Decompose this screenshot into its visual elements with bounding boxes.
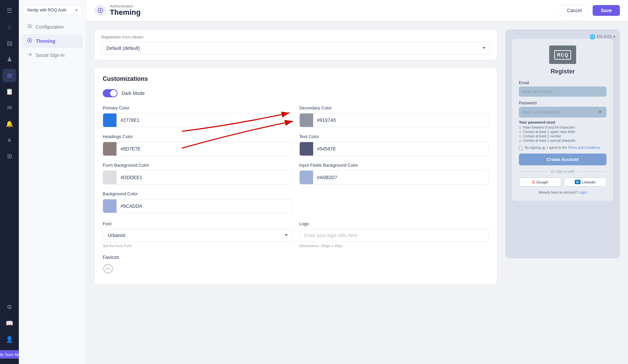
preview-google-button[interactable]: G Google xyxy=(519,177,561,187)
sidebar-list-icon[interactable]: ▤ xyxy=(3,36,16,50)
form-panel: Registration Form Variant Default (defau… xyxy=(94,29,497,356)
secondary-color-input-row xyxy=(299,113,489,127)
headings-color-swatch[interactable] xyxy=(103,142,117,156)
users-icon: ⊞ xyxy=(7,72,12,79)
svg-point-5 xyxy=(106,268,107,269)
sidebar-users-icon[interactable]: ⊞ xyxy=(3,69,16,82)
pw-rules-list: Have between 8 and 64 characters Contain… xyxy=(519,126,606,142)
variant-label: Registration Form Variant xyxy=(101,35,490,39)
preview-password-input: Enter your password 👁 xyxy=(519,107,606,118)
secondary-color-swatch[interactable] xyxy=(300,113,313,127)
dark-mode-toggle[interactable] xyxy=(103,89,118,97)
preview-password-label: Password xyxy=(519,101,606,105)
sidebar-mail-icon[interactable]: ✉ xyxy=(3,101,16,114)
background-color-input-row xyxy=(103,199,292,213)
sidebar-bell-icon[interactable]: 🔔 xyxy=(3,117,16,131)
pw-rule-4: Contain at least 1 special character xyxy=(519,139,606,142)
globe-icon: 🌐 xyxy=(590,34,595,39)
svg-point-3 xyxy=(100,10,101,11)
text-color-field: Text Color xyxy=(299,134,489,156)
save-button[interactable]: Save xyxy=(593,5,620,16)
text-color-input-row xyxy=(299,142,489,156)
sidebar-menu-icon[interactable]: ☰ xyxy=(3,4,16,18)
sidebar-user-icon[interactable]: ♟ xyxy=(3,53,16,66)
nav-item-theming[interactable]: Theming xyxy=(22,34,83,48)
input-bg-color-swatch[interactable] xyxy=(300,171,313,184)
preview-login-row: Already have an account? Login xyxy=(519,191,606,194)
color-grid: Primary Color Secondary Color xyxy=(103,105,489,185)
favicon-icon[interactable] xyxy=(103,263,489,276)
env-name: Nextjs with ROQ Auth xyxy=(27,8,66,12)
nav-panel: Nextjs with ROQ Auth ▾ Configuration The… xyxy=(19,0,86,364)
primary-color-label: Primary Color xyxy=(103,105,293,110)
variant-select[interactable]: Default (default) Compact Extended xyxy=(101,42,490,55)
tos-link[interactable]: Terms and Conditions xyxy=(568,146,600,150)
font-select[interactable]: Urbanist Roboto Inter Open Sans xyxy=(103,229,293,242)
preview-card: 🌐 EN (US) ▾ RCQ Register Email Enter y xyxy=(505,29,620,258)
preview-create-account-button[interactable]: Create Account xyxy=(519,154,606,165)
form-bg-color-input[interactable] xyxy=(117,171,292,184)
dark-mode-row: Dark Mode xyxy=(103,89,489,97)
book-icon: 📖 xyxy=(6,320,13,327)
background-color-swatch[interactable] xyxy=(103,199,117,213)
preview-form: RCQ Register Email Enter your email Pass… xyxy=(512,39,613,201)
logo-url-input[interactable] xyxy=(299,229,489,242)
nav-item-social-signin[interactable]: Social Sign-in xyxy=(22,48,83,62)
tos-checkbox[interactable] xyxy=(519,146,523,150)
sidebar-tasks-icon[interactable]: 📋 xyxy=(3,85,16,98)
primary-color-input[interactable] xyxy=(117,114,292,126)
preview-email-input: Enter your email xyxy=(519,87,606,97)
preview-linkedin-button[interactable]: in LinkedIn xyxy=(564,177,606,187)
menu-icon: ☰ xyxy=(7,7,12,14)
form-bg-color-label: Form Background Color xyxy=(103,163,293,168)
main-content: Authentication Theming Cancel Save Regis… xyxy=(86,0,628,364)
primary-color-swatch[interactable] xyxy=(103,113,117,127)
sidebar-grid-icon[interactable]: ⊞ xyxy=(3,150,16,163)
dark-mode-label: Dark Mode xyxy=(122,91,144,96)
sidebar-translate-icon[interactable]: A xyxy=(3,133,16,147)
logo-field: Logo Dimensions: 200px x 40px xyxy=(299,221,489,248)
font-select-wrapper: Urbanist Roboto Inter Open Sans xyxy=(103,229,293,242)
topbar: Authentication Theming Cancel Save xyxy=(86,0,628,21)
background-color-input[interactable] xyxy=(117,200,292,212)
svg-point-6 xyxy=(109,268,110,269)
nav-item-configuration[interactable]: Configuration xyxy=(22,20,83,34)
sidebar-settings-icon[interactable]: ⚙ xyxy=(3,300,16,314)
headings-color-input[interactable] xyxy=(117,143,292,155)
input-bg-color-input[interactable] xyxy=(313,171,489,184)
sidebar-user-circle-icon[interactable]: 👤 xyxy=(3,333,16,346)
input-bg-color-field: Input Fields Background Color xyxy=(299,163,489,185)
topbar-subtitle: Authentication xyxy=(110,4,141,8)
social-signin-icon xyxy=(27,52,32,59)
theming-icon xyxy=(27,38,32,44)
sidebar-home-icon[interactable]: ⌂ xyxy=(3,20,16,34)
secondary-color-input[interactable] xyxy=(313,114,489,126)
customizations-card: Customizations Dark Mode Primary Color xyxy=(94,67,497,285)
settings-icon: ⚙ xyxy=(7,303,12,311)
preview-tos-text: By signing up, I agree to the Terms and … xyxy=(525,146,600,150)
linkedin-icon: in xyxy=(575,180,581,184)
preview-register-title: Register xyxy=(519,68,606,75)
input-bg-color-label: Input Fields Background Color xyxy=(299,163,489,168)
sidebar: ☰ ⌂ ▤ ♟ ⊞ 📋 ✉ 🔔 A ⊞ ⚙ 📖 👤 👥 Invite xyxy=(0,0,19,364)
font-field: Font Urbanist Roboto Inter Open Sans Set… xyxy=(103,221,293,248)
headings-color-label: Headings Color xyxy=(103,134,293,139)
primary-color-input-row xyxy=(103,113,293,127)
password-eye-icon: 👁 xyxy=(598,109,602,115)
page-title: Theming xyxy=(110,8,141,17)
home-icon: ⌂ xyxy=(8,24,11,31)
form-bg-color-input-row xyxy=(103,170,293,185)
env-selector[interactable]: Nextjs with ROQ Auth ▾ xyxy=(23,5,82,15)
text-color-label: Text Color xyxy=(299,134,489,139)
preview-lang-selector[interactable]: 🌐 EN (US) ▾ xyxy=(590,34,615,39)
sidebar-book-icon[interactable]: 📖 xyxy=(3,317,16,330)
text-color-swatch[interactable] xyxy=(300,142,313,156)
preview-login-link[interactable]: Login xyxy=(579,191,587,194)
pw-rule-3: Contain at least 1 number xyxy=(519,134,606,138)
form-bg-color-swatch[interactable] xyxy=(103,171,117,184)
svg-point-1 xyxy=(29,40,30,41)
font-logo-row: Font Urbanist Roboto Inter Open Sans Set… xyxy=(103,221,489,248)
cancel-button[interactable]: Cancel xyxy=(560,5,589,16)
translate-icon: A xyxy=(8,137,11,143)
text-color-input[interactable] xyxy=(313,143,489,155)
